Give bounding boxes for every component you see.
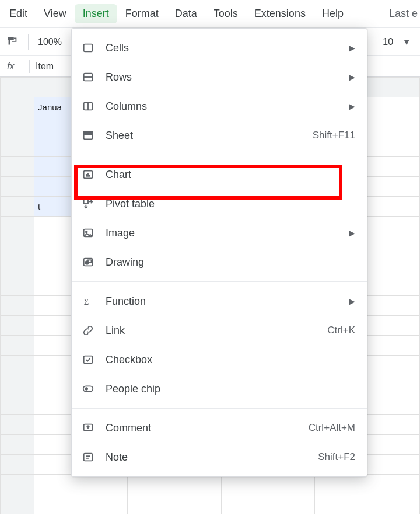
last-edit-link[interactable]: Last e: [381, 4, 419, 23]
menu-item-label: Cells: [106, 42, 338, 54]
cell[interactable]: [128, 494, 221, 514]
menu-item-label: People chip: [106, 383, 355, 395]
cell[interactable]: [373, 117, 419, 137]
row-header[interactable]: [1, 177, 34, 197]
cell[interactable]: [34, 494, 128, 514]
cell[interactable]: [373, 157, 419, 177]
row-header[interactable]: [1, 256, 34, 276]
row-header[interactable]: [1, 276, 34, 296]
cell[interactable]: [373, 375, 419, 395]
cell[interactable]: [34, 475, 128, 494]
cell[interactable]: [221, 494, 314, 514]
row-header[interactable]: [1, 117, 34, 137]
font-size-dropdown-icon[interactable]: ▼: [402, 37, 411, 47]
row-header[interactable]: [1, 236, 34, 256]
col-header[interactable]: [373, 78, 419, 97]
rows-icon: [81, 70, 95, 84]
menu-item-comment[interactable]: CommentCtrl+Alt+M: [72, 413, 367, 443]
cell[interactable]: [373, 256, 419, 276]
sheet-icon: [81, 128, 95, 142]
formula-content[interactable]: Item: [36, 61, 54, 72]
menu-shortcut: Shift+F2: [318, 451, 355, 463]
row-header[interactable]: [1, 455, 34, 475]
cell[interactable]: [373, 415, 419, 435]
svg-text:Σ: Σ: [84, 297, 89, 306]
cells-icon: [81, 41, 95, 55]
menu-item-link[interactable]: LinkCtrl+K: [72, 316, 367, 345]
menu-item-label: Comment: [106, 422, 298, 434]
row-header[interactable]: [1, 157, 34, 177]
row-header[interactable]: [1, 336, 34, 356]
row-header[interactable]: [1, 137, 34, 157]
cell[interactable]: [373, 236, 419, 256]
menu-item-drawing[interactable]: Drawing: [72, 248, 367, 277]
cell[interactable]: [373, 356, 419, 375]
menu-item-image[interactable]: Image▶: [72, 218, 367, 248]
font-size-value[interactable]: 10: [383, 37, 393, 47]
chart-icon: [81, 168, 95, 182]
cell[interactable]: [373, 494, 419, 514]
row-header[interactable]: [1, 217, 34, 236]
row-header[interactable]: [1, 435, 34, 455]
cell[interactable]: [314, 475, 373, 494]
menu-item-label: Columns: [106, 100, 338, 113]
paint-format-icon[interactable]: [6, 34, 19, 50]
cell[interactable]: [373, 316, 419, 336]
menu-tools[interactable]: Tools: [205, 4, 246, 23]
cell[interactable]: [373, 276, 419, 296]
cell[interactable]: [373, 336, 419, 356]
cell[interactable]: [373, 137, 419, 157]
menu-data[interactable]: Data: [167, 4, 205, 23]
menu-item-chart[interactable]: Chart: [72, 160, 367, 189]
svg-point-20: [85, 388, 88, 390]
cell[interactable]: [373, 217, 419, 236]
menu-extensions[interactable]: Extensions: [246, 4, 314, 23]
chevron-right-icon: ▶: [349, 43, 355, 53]
menu-item-sheet[interactable]: SheetShift+F11: [72, 121, 367, 150]
note-icon: [81, 450, 95, 464]
chevron-right-icon: ▶: [349, 102, 355, 111]
row-header[interactable]: [1, 475, 34, 494]
menu-view[interactable]: View: [36, 4, 75, 23]
cell[interactable]: [314, 494, 373, 514]
row-header[interactable]: [1, 415, 34, 435]
cell[interactable]: [373, 296, 419, 316]
menu-edit[interactable]: Edit: [1, 4, 36, 23]
cell[interactable]: [373, 177, 419, 197]
pivot-icon: [81, 197, 95, 211]
select-all-cell[interactable]: [1, 78, 34, 97]
row-header[interactable]: [1, 197, 34, 217]
row-header[interactable]: [1, 356, 34, 375]
menu-format[interactable]: Format: [117, 4, 167, 23]
menu-item-note[interactable]: NoteShift+F2: [72, 443, 367, 472]
menu-item-checkbox[interactable]: Checkbox: [72, 345, 367, 374]
svg-rect-24: [84, 454, 93, 461]
menu-item-columns[interactable]: Columns▶: [72, 92, 367, 121]
menu-shortcut: Ctrl+Alt+M: [309, 422, 355, 434]
cell[interactable]: [221, 475, 314, 494]
menu-item-label: Pivot table: [106, 198, 355, 210]
menu-insert[interactable]: Insert: [75, 4, 117, 23]
svg-rect-0: [84, 44, 93, 52]
menu-item-people-chip[interactable]: People chip: [72, 374, 367, 403]
menu-shortcut: Ctrl+K: [327, 325, 355, 336]
cell[interactable]: [373, 475, 419, 494]
row-header[interactable]: [1, 296, 34, 316]
menu-item-pivot-table[interactable]: Pivot table: [72, 189, 367, 218]
row-header[interactable]: [1, 375, 34, 395]
row-header[interactable]: [1, 97, 34, 117]
cell[interactable]: [373, 97, 419, 117]
row-header[interactable]: [1, 395, 34, 415]
cell[interactable]: [128, 475, 221, 494]
menu-help[interactable]: Help: [314, 4, 352, 23]
menu-item-cells[interactable]: Cells▶: [72, 33, 367, 62]
menu-item-rows[interactable]: Rows▶: [72, 62, 367, 92]
cell[interactable]: [373, 395, 419, 415]
cell[interactable]: [373, 197, 419, 217]
row-header[interactable]: [1, 316, 34, 336]
row-header[interactable]: [1, 494, 34, 514]
cell[interactable]: [373, 455, 419, 475]
menu-item-function[interactable]: ΣFunction▶: [72, 287, 367, 316]
zoom-value[interactable]: 100%: [38, 37, 62, 47]
cell[interactable]: [373, 435, 419, 455]
